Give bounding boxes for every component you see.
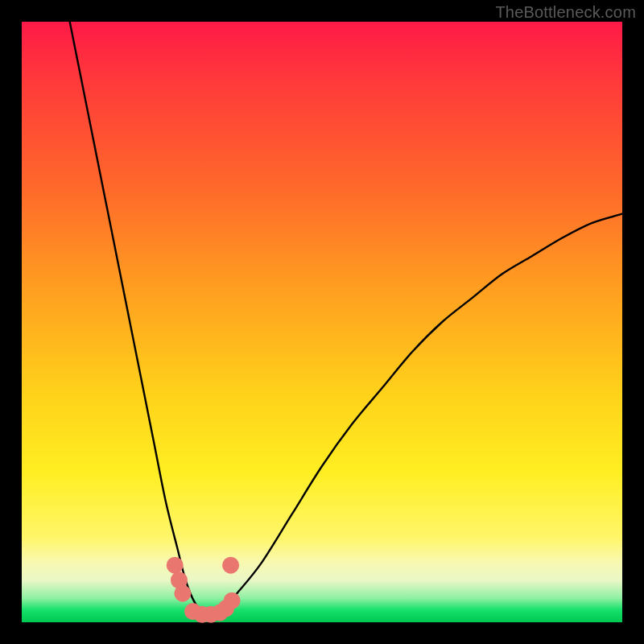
curve-marker [222,557,239,574]
watermark-text: TheBottleneck.com [495,3,636,22]
chart-svg [22,22,622,622]
bottleneck-curve [70,22,622,613]
curve-marker [167,557,184,574]
chart-frame: TheBottleneck.com [0,0,644,644]
curve-marker [174,585,191,602]
plot-area [22,22,622,622]
curve-marker [224,592,241,609]
curve-markers [167,557,241,623]
